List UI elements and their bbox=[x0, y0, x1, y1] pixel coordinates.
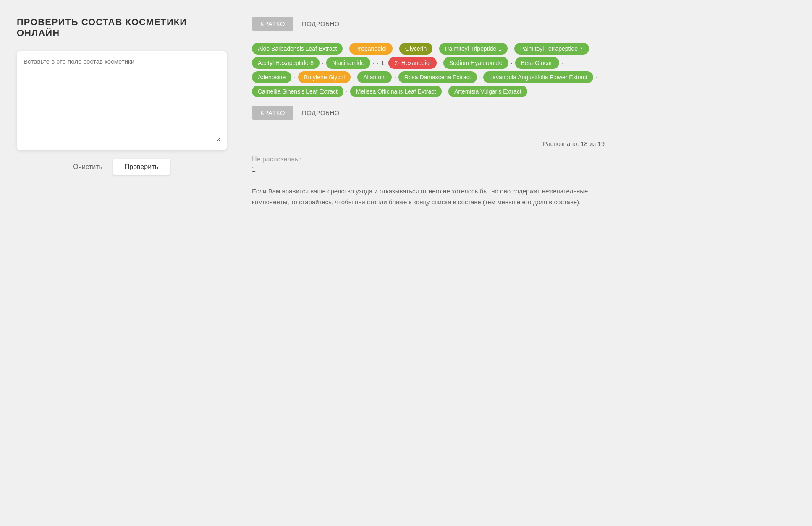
separator: · bbox=[435, 45, 437, 52]
separator: · bbox=[562, 60, 563, 66]
ingredients-area: Aloe Barbadensis Leaf Extract·Propanedio… bbox=[252, 43, 605, 97]
ingredient-tag: Beta-Glucan bbox=[515, 57, 560, 69]
tab-short-top[interactable]: КРАТКО bbox=[252, 17, 293, 31]
ingredient-tag: Palmitoyl Tetrapeptide-7 bbox=[514, 43, 589, 55]
right-panel: КРАТКО ПОДРОБНО Aloe Barbadensis Leaf Ex… bbox=[252, 17, 605, 207]
plain-text: 1, bbox=[381, 60, 386, 66]
left-panel: ПРОВЕРИТЬ СОСТАВ КОСМЕТИКИ ОНЛАЙН Очисти… bbox=[17, 17, 227, 207]
ingredient-tag: Butylene Glycol bbox=[298, 71, 351, 83]
recognized-count: Распознано: 18 из 19 bbox=[252, 132, 605, 147]
bottom-tabs-row: КРАТКО ПОДРОБНО bbox=[252, 106, 605, 123]
ingredient-tag: Camellia Sinensis Leaf Extract bbox=[252, 86, 343, 97]
separator: · bbox=[294, 74, 296, 81]
separator: · bbox=[592, 45, 593, 52]
top-tabs-row: КРАТКО ПОДРОБНО bbox=[252, 17, 605, 34]
ingredient-tag: Adenosine bbox=[252, 71, 291, 83]
ingredient-tag: Melissa Officinalis Leaf Extract bbox=[350, 86, 442, 97]
button-row: Очистить Проверить bbox=[17, 159, 227, 175]
ingredient-tag: Acetyl Hexapeptide-8 bbox=[252, 57, 320, 69]
separator: · bbox=[439, 60, 441, 66]
info-text: Если Вам нравится ваше средство ухода и … bbox=[252, 186, 605, 207]
ingredient-tag: Palmitoyl Tripeptide-1 bbox=[439, 43, 508, 55]
unrecognized-value: 1 bbox=[252, 166, 605, 173]
ingredient-tag: Artemisia Vulgaris Extract bbox=[448, 86, 527, 97]
separator: · bbox=[346, 88, 348, 95]
textarea-wrapper bbox=[17, 51, 227, 150]
ingredient-tag: Niacinamide bbox=[326, 57, 370, 69]
tab-detailed-top[interactable]: ПОДРОБНО bbox=[293, 17, 348, 31]
tab-short-bottom[interactable]: КРАТКО bbox=[252, 106, 293, 120]
ingredients-input[interactable] bbox=[24, 58, 220, 142]
ingredient-tag: Rosa Damascena Extract bbox=[398, 71, 477, 83]
separator: · bbox=[345, 45, 347, 52]
separator: · bbox=[394, 74, 396, 81]
separator: · bbox=[373, 60, 375, 66]
clear-button[interactable]: Очистить bbox=[73, 163, 102, 171]
separator: · bbox=[511, 60, 513, 66]
ingredient-tag: Allantoin bbox=[357, 71, 392, 83]
separator: · bbox=[596, 74, 597, 81]
separator: · bbox=[510, 45, 512, 52]
ingredient-tag: Propanediol bbox=[349, 43, 393, 55]
tab-detailed-bottom[interactable]: ПОДРОБНО bbox=[293, 106, 348, 120]
ingredient-tag: Lavandula Angustifolia Flower Extract bbox=[483, 71, 593, 83]
ingredient-tag: 2- Hexanediol bbox=[388, 57, 436, 69]
page-title: ПРОВЕРИТЬ СОСТАВ КОСМЕТИКИ ОНЛАЙН bbox=[17, 17, 227, 39]
separator: · bbox=[377, 60, 379, 66]
separator: · bbox=[353, 74, 355, 81]
ingredient-tag: Sodium Hyaluronate bbox=[443, 57, 508, 69]
separator: · bbox=[479, 74, 481, 81]
ingredient-tag: Glycerin bbox=[399, 43, 432, 55]
unrecognized-label: Не распознаны: bbox=[252, 156, 605, 163]
check-button[interactable]: Проверить bbox=[113, 159, 170, 175]
separator: · bbox=[395, 45, 397, 52]
separator: · bbox=[322, 60, 324, 66]
separator: · bbox=[444, 88, 446, 95]
ingredient-tag: Aloe Barbadensis Leaf Extract bbox=[252, 43, 343, 55]
